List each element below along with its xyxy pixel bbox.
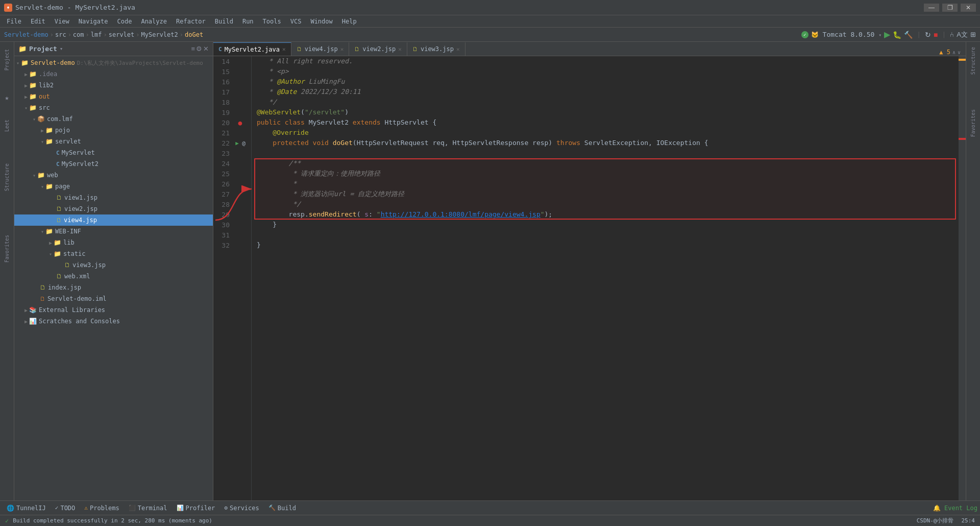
- tree-item-src[interactable]: ▾ 📁 src: [14, 102, 213, 113]
- tree-item-lib[interactable]: ▶ 📁 lib: [14, 237, 213, 248]
- build-btn[interactable]: 🔨 Build: [264, 504, 300, 513]
- menu-item-run[interactable]: Run: [238, 17, 258, 26]
- tree-item-webxml[interactable]: 🗋 web.xml: [14, 271, 213, 282]
- profiler-icon: 📊: [177, 505, 184, 511]
- tree-item-page[interactable]: ▾ 📁 page: [14, 181, 213, 192]
- structure-tool-btn[interactable]: Leet: [2, 120, 13, 131]
- breadcrumb-servlet[interactable]: servlet: [109, 31, 135, 38]
- breadcrumb-lmf[interactable]: lmf: [91, 31, 102, 38]
- event-log-btn[interactable]: 🔔 Event Log: [933, 505, 977, 512]
- breakpoint-icon[interactable]: ●: [234, 119, 247, 127]
- breadcrumb-project[interactable]: Servlet-demo: [4, 31, 48, 38]
- tab-myservlet2[interactable]: C MyServlet2.java ✕: [213, 42, 291, 56]
- tab-view4[interactable]: 🗋 view4.jsp ✕: [291, 42, 350, 56]
- close-button[interactable]: ✕: [961, 4, 976, 12]
- update-button[interactable]: ↻: [925, 31, 931, 39]
- breadcrumb-src[interactable]: src: [55, 31, 66, 38]
- bookmark-icon[interactable]: @: [240, 140, 247, 147]
- project-tool-btn[interactable]: Project: [2, 44, 13, 75]
- tab-myservlet2-close[interactable]: ✕: [282, 46, 286, 53]
- run-gutter-icon[interactable]: ▶: [234, 140, 240, 147]
- code-line-22: protected void doGet(HttpServletRequest …: [257, 138, 953, 148]
- warning-up[interactable]: ∧: [952, 50, 955, 55]
- tree-item-view4[interactable]: 🗋 view4.jsp: [14, 214, 213, 226]
- tree-item-view2[interactable]: 🗋 view2.jsp: [14, 203, 213, 214]
- menu-item-help[interactable]: Help: [338, 17, 361, 26]
- status-message: Build completed successfully in 2 sec, 2…: [13, 517, 212, 524]
- problems-btn[interactable]: ⚠ Problems: [80, 504, 123, 513]
- menu-item-vcs[interactable]: VCS: [286, 17, 306, 26]
- code-line-28: */: [257, 199, 953, 209]
- tab-view2-close[interactable]: ✕: [398, 46, 402, 53]
- breadcrumb-sep2: ›: [68, 31, 71, 38]
- tree-item-iml[interactable]: 🗋 Servlet-demo.iml: [14, 293, 213, 304]
- tab-view4-close[interactable]: ✕: [340, 46, 344, 53]
- todo-btn[interactable]: ✓ TODO: [51, 504, 80, 513]
- toolbar-bar: Servlet-demo › src › com › lmf › servlet…: [0, 28, 980, 42]
- bookmark-tool-btn[interactable]: ★: [2, 92, 13, 103]
- tree-item-out[interactable]: ▶ 📁 out: [14, 91, 213, 102]
- menu-item-code[interactable]: Code: [113, 17, 136, 26]
- tree-item-servlet[interactable]: ▾ 📁 servlet: [14, 136, 213, 147]
- tree-item-webinf[interactable]: ▾ 📁 WEB-INF: [14, 226, 213, 237]
- tunnelij-btn[interactable]: 🌐 TunnelIJ: [3, 504, 50, 513]
- code-line-31: [257, 230, 953, 240]
- build-button[interactable]: 🔨: [904, 31, 913, 39]
- menu-item-navigate[interactable]: Navigate: [75, 17, 112, 26]
- menu-item-file[interactable]: File: [3, 17, 26, 26]
- warning-badge[interactable]: ▲ 5: [939, 49, 950, 56]
- tree-item-scratches[interactable]: ▶ 📊 Scratches and Consoles: [14, 316, 213, 327]
- breadcrumb-com[interactable]: com: [73, 31, 84, 38]
- debug-button[interactable]: 🐛: [893, 31, 901, 39]
- tree-item-root[interactable]: ▾ 📁 Servlet-demo D:\私人文件夹\JavaProjects\S…: [14, 57, 213, 68]
- menu-item-refactor[interactable]: Refactor: [172, 17, 210, 26]
- git-icon[interactable]: ⑃: [950, 31, 954, 38]
- stop-button[interactable]: ■: [934, 31, 938, 39]
- run-button[interactable]: ▶: [884, 30, 890, 39]
- structure-label[interactable]: Structure: [4, 163, 10, 193]
- tab-view2[interactable]: 🗋 view2.jsp ✕: [349, 42, 407, 56]
- menu-item-analyze[interactable]: Analyze: [137, 17, 171, 26]
- tree-item-myservlet[interactable]: C MyServlet: [14, 147, 213, 158]
- tab-view3[interactable]: 🗋 view3.jsp ✕: [407, 42, 465, 56]
- tree-item-view1[interactable]: 🗋 view1.jsp: [14, 192, 213, 203]
- profiler-btn[interactable]: 📊 Profiler: [173, 504, 219, 513]
- favorites-label[interactable]: Favorites: [4, 235, 10, 264]
- warning-down[interactable]: ∨: [958, 50, 961, 55]
- code-content[interactable]: * All right reserved. * <p> * @Author Li…: [252, 56, 959, 500]
- tree-item-web[interactable]: ▾ 📁 web: [14, 170, 213, 181]
- menu-item-build[interactable]: Build: [211, 17, 237, 26]
- menu-item-tools[interactable]: Tools: [259, 17, 285, 26]
- tree-settings-btn[interactable]: ⚙: [196, 45, 202, 53]
- services-btn[interactable]: ⚙ Services: [220, 504, 263, 513]
- services-label: Services: [230, 505, 259, 512]
- translate-icon[interactable]: A文: [957, 30, 968, 39]
- menu-item-view[interactable]: View: [51, 17, 74, 26]
- tree-collapse-btn[interactable]: ≡: [191, 45, 195, 53]
- tree-item-myservlet2[interactable]: C MyServlet2: [14, 158, 213, 170]
- tree-item-index[interactable]: 🗋 index.jsp: [14, 282, 213, 293]
- tree-close-btn[interactable]: ✕: [203, 45, 209, 53]
- tree-item-pojo[interactable]: ▶ 📁 pojo: [14, 125, 213, 136]
- tree-item-com-lmf[interactable]: ▾ 📦 com.lmf: [14, 113, 213, 125]
- menu-item-window[interactable]: Window: [306, 17, 336, 26]
- tree-item-extlib[interactable]: ▶ 📚 External Libraries: [14, 304, 213, 316]
- breadcrumb-myservlet2[interactable]: MyServlet2: [141, 31, 178, 38]
- tree-item-lib2[interactable]: ▶ 📁 lib2: [14, 80, 213, 91]
- tab-view3-close[interactable]: ✕: [456, 46, 460, 53]
- structure-label-right[interactable]: Structure: [970, 47, 976, 76]
- code-editor[interactable]: 14 15 16 17: [213, 56, 966, 500]
- favorites-label-right[interactable]: Favorites: [970, 109, 976, 138]
- breadcrumb-doget[interactable]: doGet: [185, 31, 203, 38]
- tree-item-view3[interactable]: 🗋 view3.jsp: [14, 259, 213, 271]
- tree-item-idea[interactable]: ▶ 📁 .idea: [14, 68, 213, 80]
- project-chevron[interactable]: ▾: [60, 45, 63, 52]
- minimize-button[interactable]: —: [924, 4, 939, 12]
- layout-icon[interactable]: ⊞: [970, 31, 976, 38]
- menu-item-edit[interactable]: Edit: [27, 17, 50, 26]
- app-icon: ♦: [4, 4, 12, 12]
- tomcat-selector[interactable]: 🐱 Tomcat 8.0.50 ▾: [811, 31, 881, 38]
- tree-item-static[interactable]: ▾ 📁 static: [14, 248, 213, 259]
- terminal-btn[interactable]: ⬛ Terminal: [125, 504, 172, 513]
- maximize-button[interactable]: ❐: [942, 4, 958, 12]
